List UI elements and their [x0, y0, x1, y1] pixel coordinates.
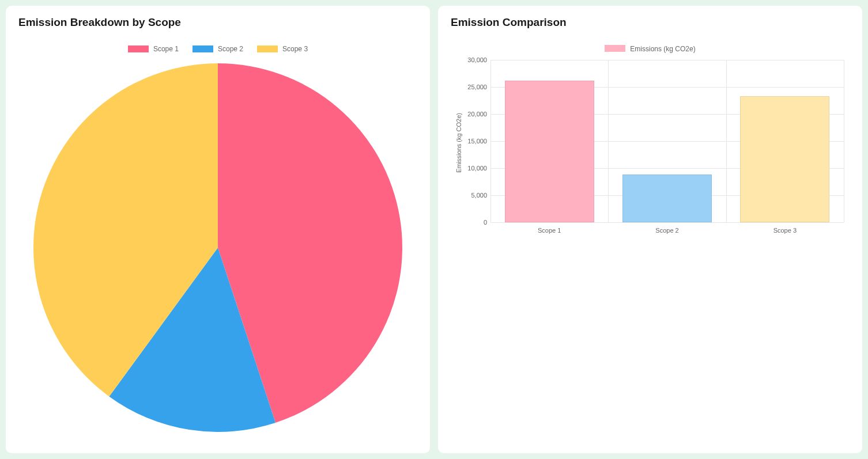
- y-tick-label: 20,000: [467, 111, 487, 117]
- legend-label: Scope 2: [218, 45, 243, 53]
- x-tick-label: Scope 1: [538, 227, 561, 234]
- pie-chart: [33, 63, 402, 432]
- x-grid-line: [844, 60, 844, 222]
- legend-swatch: [605, 45, 625, 52]
- x-grid-line: [608, 60, 609, 222]
- x-tick-label: Scope 3: [773, 227, 797, 234]
- bar-scope-2[interactable]: [622, 175, 712, 222]
- emission-comparison-card: Emission Comparison Emissions (kg CO2e) …: [438, 6, 862, 453]
- plot-area: 05,00010,00015,00020,00025,00030,000Scop…: [490, 60, 844, 222]
- y-tick-label: 25,000: [467, 84, 487, 90]
- bar-chart: Emissions (kg CO2e) Emissions (kg CO2e) …: [451, 45, 850, 235]
- bar-scope-3[interactable]: [740, 96, 829, 222]
- card-title: Emission Breakdown by Scope: [18, 16, 417, 29]
- legend-item-scope2[interactable]: Scope 2: [193, 45, 243, 53]
- card-title: Emission Comparison: [451, 16, 850, 29]
- legend-label: Emissions (kg CO2e): [630, 45, 695, 53]
- y-tick-label: 5,000: [471, 192, 487, 199]
- y-tick-label: 30,000: [467, 56, 487, 63]
- x-grid-line: [490, 60, 491, 222]
- legend-swatch: [257, 45, 278, 52]
- bar-legend[interactable]: Emissions (kg CO2e): [451, 45, 850, 53]
- y-axis-title: Emissions (kg CO2e): [455, 113, 462, 173]
- bar-scope-1[interactable]: [505, 81, 594, 222]
- x-tick-label: Scope 2: [655, 227, 678, 234]
- legend-item-scope1[interactable]: Scope 1: [128, 45, 179, 53]
- legend-swatch: [193, 45, 213, 52]
- y-tick-label: 15,000: [467, 138, 487, 145]
- emission-breakdown-card: Emission Breakdown by Scope Scope 1 Scop…: [6, 6, 430, 453]
- legend-label: Scope 1: [153, 45, 179, 53]
- grid-line: [490, 222, 844, 223]
- y-tick-label: 0: [484, 219, 487, 226]
- y-tick-label: 10,000: [467, 165, 487, 172]
- grid-line: [490, 60, 844, 60]
- pie-legend: Scope 1 Scope 2 Scope 3: [18, 45, 417, 53]
- legend-item-scope3[interactable]: Scope 3: [257, 45, 308, 53]
- x-grid-line: [726, 60, 727, 222]
- legend-swatch: [128, 45, 149, 52]
- legend-label: Scope 3: [282, 45, 308, 53]
